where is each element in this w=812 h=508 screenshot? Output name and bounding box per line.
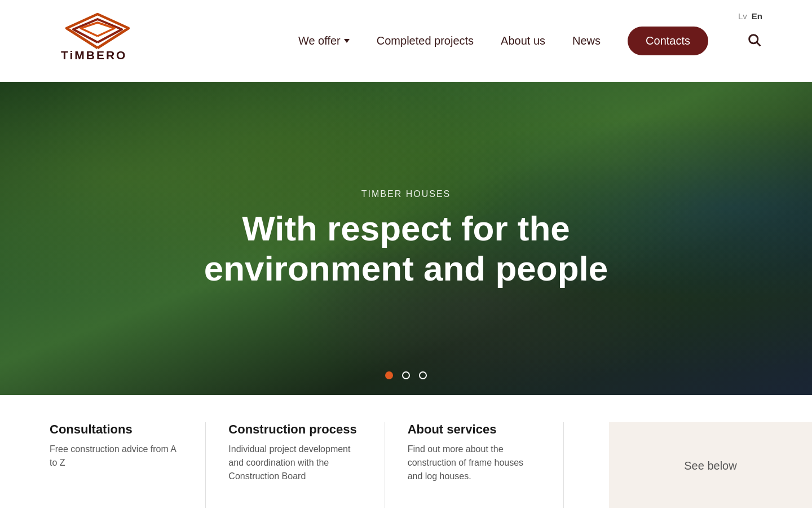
logo-svg: TiMBERO [50,8,145,73]
hero-dots [385,371,427,379]
hero-text: TIMBER HOUSES With respect for the envir… [204,189,608,288]
card-consultations-title: Consultations [50,422,183,437]
search-button[interactable] [747,32,762,50]
nav-about-us[interactable]: About us [501,34,545,47]
search-icon [747,32,762,48]
hero-section: TIMBER HOUSES With respect for the envir… [0,82,812,395]
dot-3[interactable] [419,371,427,379]
card-about-title: About services [408,422,541,437]
svg-text:TiMBERO: TiMBERO [61,49,127,62]
lang-switcher: Lv En [738,11,762,21]
svg-line-2 [757,42,760,46]
card-consultations-desc: Free construction advice from A to Z [50,443,183,470]
nav-completed-projects[interactable]: Completed projects [377,34,474,47]
hero-label: TIMBER HOUSES [204,189,608,199]
lang-lv[interactable]: Lv [738,11,747,21]
dot-2[interactable] [402,371,410,379]
main-nav: We offer Completed projects About us New… [298,34,601,47]
logo[interactable]: TiMBERO [50,8,145,73]
see-below-text: See below [684,459,736,472]
card-consultations: Consultations Free construction advice f… [50,422,206,508]
we-offer-dropdown-icon [344,39,350,43]
lang-en[interactable]: En [752,11,762,21]
header: Lv En TiMBERO We offer Completed [0,0,812,82]
nav-news[interactable]: News [572,34,601,47]
see-below-panel[interactable]: See below [609,422,812,508]
card-about-desc: Find out more about the construction of … [408,443,541,483]
cards-section: Consultations Free construction advice f… [0,395,812,508]
dot-1[interactable] [385,371,393,379]
hero-title: With respect for the environment and peo… [204,208,608,288]
card-construction-process: Construction process Individual project … [228,422,385,508]
card-about-services: About services Find out more about the c… [408,422,564,508]
card-construction-title: Construction process [228,422,361,437]
nav-we-offer[interactable]: We offer [298,34,350,47]
svg-point-1 [749,34,758,43]
nav-contacts-wrapper: We offer Completed projects About us New… [298,27,762,55]
card-construction-desc: Individual project development and coord… [228,443,361,483]
contacts-button[interactable]: Contacts [628,27,708,55]
